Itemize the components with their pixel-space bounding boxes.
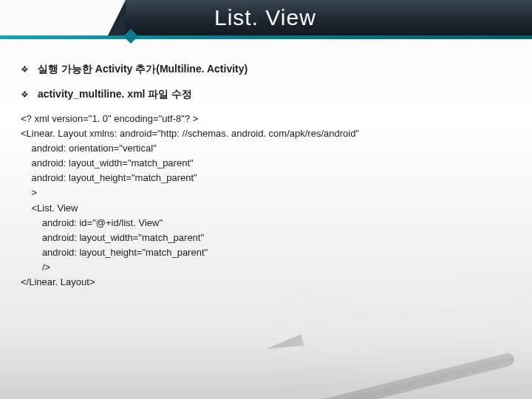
bullet-text: activity_multiline. xml 파일 수정: [38, 86, 192, 102]
pen-graphic: [297, 352, 515, 399]
title-bar: List. View: [126, 0, 532, 35]
paper-graphic: [276, 272, 532, 399]
pen-tip-graphic: [265, 334, 304, 355]
diamond-bullet-icon: ❖: [21, 63, 29, 77]
bullet-text: 실행 가능한 Activity 추가(Multiline. Activity): [38, 61, 248, 77]
content-area: ❖ 실행 가능한 Activity 추가(Multiline. Activity…: [0, 44, 532, 290]
code-block: <? xml version="1. 0" encoding="utf-8"? …: [21, 112, 511, 290]
diamond-bullet-icon: ❖: [21, 88, 29, 102]
page-title: List. View: [214, 5, 316, 30]
slide-header: List. View: [0, 0, 532, 44]
accent-line: [0, 35, 532, 39]
bullet-item: ❖ activity_multiline. xml 파일 수정: [21, 86, 511, 102]
bullet-item: ❖ 실행 가능한 Activity 추가(Multiline. Activity…: [21, 61, 511, 77]
